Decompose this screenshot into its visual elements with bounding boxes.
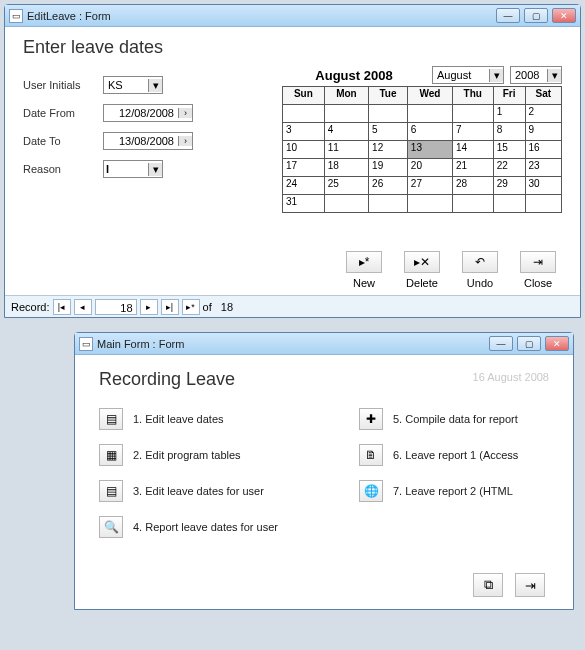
calendar-day[interactable]: 10 <box>283 141 325 159</box>
calendar-day[interactable]: 22 <box>493 159 525 177</box>
month-select[interactable]: August ▾ <box>432 66 504 84</box>
menu-item[interactable]: 🔍4. Report leave dates for user <box>99 516 359 538</box>
nav-next-button[interactable]: ▸ <box>140 299 158 315</box>
calendar-day[interactable]: 29 <box>493 177 525 195</box>
menu-item-icon: ▦ <box>99 444 123 466</box>
nav-new-button[interactable]: ▸* <box>182 299 200 315</box>
calendar-day[interactable]: 21 <box>452 159 493 177</box>
menu-item-icon: 🌐 <box>359 480 383 502</box>
calendar-day <box>452 195 493 213</box>
nav-last-button[interactable]: ▸| <box>161 299 179 315</box>
calendar-day[interactable]: 19 <box>369 159 408 177</box>
delete-label: Delete <box>398 277 446 289</box>
calendar-day[interactable]: 20 <box>407 159 452 177</box>
calendar-day[interactable]: 24 <box>283 177 325 195</box>
minimize-button[interactable]: — <box>496 8 520 23</box>
calendar-day[interactable]: 13 <box>407 141 452 159</box>
calendar-day[interactable]: 7 <box>452 123 493 141</box>
menu-item-icon: 🗎 <box>359 444 383 466</box>
maximize-button[interactable]: ▢ <box>524 8 548 23</box>
user-initials-combo[interactable]: KS ▾ <box>103 76 163 94</box>
close-button[interactable]: ✕ <box>545 336 569 351</box>
calendar-header: Fri <box>493 87 525 105</box>
calendar-day[interactable]: 4 <box>324 123 368 141</box>
calendar-day[interactable]: 6 <box>407 123 452 141</box>
chevron-down-icon[interactable]: ▾ <box>148 163 162 176</box>
calendar-day[interactable]: 8 <box>493 123 525 141</box>
calendar-grid[interactable]: SunMonTueWedThuFriSat 123456789101112131… <box>282 86 562 213</box>
undo-button[interactable]: ↶ <box>462 251 498 273</box>
window-title: Main Form : Form <box>97 338 184 350</box>
menu-item[interactable]: ✚5. Compile data for report <box>359 408 579 430</box>
calendar-day[interactable]: 9 <box>525 123 561 141</box>
calendar-day <box>493 195 525 213</box>
date-from-input[interactable]: 12/08/2008 › <box>103 104 193 122</box>
record-label: Record: <box>11 301 50 313</box>
calendar-day[interactable]: 30 <box>525 177 561 195</box>
menu-item[interactable]: 🗎6. Leave report 1 (Access <box>359 444 579 466</box>
calendar-header: Sun <box>283 87 325 105</box>
record-navigator: Record: |◂ ◂ 18 ▸ ▸| ▸* of 18 <box>5 295 580 317</box>
date-to-input[interactable]: 13/08/2008 › <box>103 132 193 150</box>
calendar-title: August 2008 <box>282 68 426 83</box>
calendar-day[interactable]: 28 <box>452 177 493 195</box>
titlebar[interactable]: ▭ EditLeave : Form — ▢ ✕ <box>5 5 580 27</box>
calendar-day <box>525 195 561 213</box>
titlebar[interactable]: ▭ Main Form : Form — ▢ ✕ <box>75 333 573 355</box>
calendar-day[interactable]: 25 <box>324 177 368 195</box>
user-initials-label: User Initials <box>23 79 103 91</box>
calendar-day[interactable]: 3 <box>283 123 325 141</box>
calendar-day[interactable]: 27 <box>407 177 452 195</box>
date-picker-icon[interactable]: › <box>178 108 192 118</box>
close-button[interactable]: ✕ <box>552 8 576 23</box>
reason-combo[interactable]: I ▾ <box>103 160 163 178</box>
calendar-day <box>369 195 408 213</box>
calendar-day[interactable]: 2 <box>525 105 561 123</box>
calendar-day[interactable]: 17 <box>283 159 325 177</box>
menu-item-label: 3. Edit leave dates for user <box>133 485 264 497</box>
close-form-button[interactable]: ⇥ <box>520 251 556 273</box>
calendar-day[interactable]: 23 <box>525 159 561 177</box>
menu-item[interactable]: ▤1. Edit leave dates <box>99 408 359 430</box>
delete-button[interactable]: ▸✕ <box>404 251 440 273</box>
date-picker-icon[interactable]: › <box>178 136 192 146</box>
exit-button[interactable]: ⇥ <box>515 573 545 597</box>
calendar-day[interactable]: 26 <box>369 177 408 195</box>
minimize-button[interactable]: — <box>489 336 513 351</box>
calendar-day[interactable]: 1 <box>493 105 525 123</box>
calendar-day <box>452 105 493 123</box>
calendar-day <box>324 105 368 123</box>
calendar-day[interactable]: 18 <box>324 159 368 177</box>
record-total: 18 <box>221 301 233 313</box>
nav-prev-button[interactable]: ◂ <box>74 299 92 315</box>
calendar-day[interactable]: 31 <box>283 195 325 213</box>
menu-item-label: 2. Edit program tables <box>133 449 241 461</box>
copy-button[interactable]: ⧉ <box>473 573 503 597</box>
maximize-button[interactable]: ▢ <box>517 336 541 351</box>
calendar-day[interactable]: 15 <box>493 141 525 159</box>
new-button[interactable]: ▸* <box>346 251 382 273</box>
chevron-down-icon[interactable]: ▾ <box>489 69 503 82</box>
calendar-day[interactable]: 12 <box>369 141 408 159</box>
calendar-header: Thu <box>452 87 493 105</box>
menu-item[interactable]: ▦2. Edit program tables <box>99 444 359 466</box>
date-stamp: 16 August 2008 <box>473 371 549 383</box>
menu-item[interactable]: ▤3. Edit leave dates for user <box>99 480 359 502</box>
year-select[interactable]: 2008 ▾ <box>510 66 562 84</box>
record-number-input[interactable]: 18 <box>95 299 137 315</box>
calendar-day[interactable]: 11 <box>324 141 368 159</box>
calendar-day[interactable]: 14 <box>452 141 493 159</box>
menu-item[interactable]: 🌐7. Leave report 2 (HTML <box>359 480 579 502</box>
calendar-day[interactable]: 5 <box>369 123 408 141</box>
nav-first-button[interactable]: |◂ <box>53 299 71 315</box>
close-label: Close <box>514 277 562 289</box>
menu-item-icon: ▤ <box>99 480 123 502</box>
menu-item-label: 1. Edit leave dates <box>133 413 224 425</box>
of-label: of <box>203 301 212 313</box>
menu-item-icon: ▤ <box>99 408 123 430</box>
chevron-down-icon[interactable]: ▾ <box>148 79 162 92</box>
menu-item-label: 5. Compile data for report <box>393 413 518 425</box>
calendar-day[interactable]: 16 <box>525 141 561 159</box>
calendar-header: Sat <box>525 87 561 105</box>
chevron-down-icon[interactable]: ▾ <box>547 69 561 82</box>
